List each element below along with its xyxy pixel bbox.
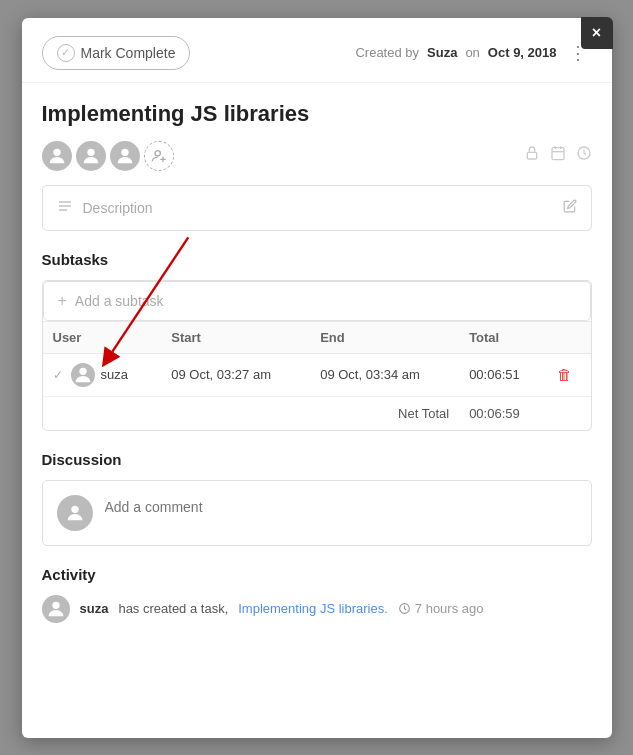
created-date: Oct 9, 2018 bbox=[488, 45, 557, 60]
close-button[interactable]: × bbox=[581, 17, 613, 49]
description-box[interactable]: Description bbox=[42, 185, 592, 231]
user-cell: ✓ suza bbox=[43, 353, 162, 396]
description-left: Description bbox=[57, 198, 153, 218]
svg-point-15 bbox=[79, 367, 86, 374]
col-start: Start bbox=[161, 321, 310, 353]
activity-time-text: 7 hours ago bbox=[415, 601, 484, 616]
col-actions bbox=[547, 321, 591, 353]
meta-icons bbox=[524, 145, 592, 166]
svg-rect-7 bbox=[552, 148, 564, 160]
row-delete-cell: 🗑 bbox=[547, 353, 591, 396]
avatar-2[interactable] bbox=[76, 141, 106, 171]
net-total-empty bbox=[547, 396, 591, 430]
add-subtask-row[interactable]: + Add a subtask bbox=[43, 281, 591, 321]
svg-point-0 bbox=[53, 148, 60, 155]
discussion-title: Discussion bbox=[42, 451, 592, 468]
created-by-prefix: Created by bbox=[355, 45, 419, 60]
plus-icon: + bbox=[58, 292, 67, 310]
activity-item: suza has created a task, Implementing JS… bbox=[42, 595, 592, 623]
delete-row-button[interactable]: 🗑 bbox=[557, 366, 572, 383]
table-header-row: User Start End Total bbox=[43, 321, 591, 353]
add-member-button[interactable] bbox=[144, 141, 174, 171]
activity-action: has created a task, bbox=[118, 601, 228, 616]
calendar-icon[interactable] bbox=[550, 145, 566, 166]
svg-point-1 bbox=[87, 148, 94, 155]
check-circle-icon: ✓ bbox=[57, 44, 75, 62]
subtasks-section: Subtasks + Add a subtask User Start End … bbox=[42, 251, 592, 431]
created-on-text: on bbox=[465, 45, 479, 60]
activity-avatar bbox=[42, 595, 70, 623]
mark-complete-button[interactable]: ✓ Mark Complete bbox=[42, 36, 191, 70]
add-subtask-label: Add a subtask bbox=[75, 293, 164, 309]
svg-point-17 bbox=[52, 601, 59, 608]
comment-box bbox=[42, 480, 592, 546]
activity-author: suza bbox=[80, 601, 109, 616]
subtasks-container: + Add a subtask User Start End Total bbox=[42, 280, 592, 431]
subtasks-table: User Start End Total ✓ bbox=[43, 321, 591, 430]
row-check-icon[interactable]: ✓ bbox=[53, 368, 63, 382]
author-name: Suza bbox=[427, 45, 457, 60]
svg-point-2 bbox=[121, 148, 128, 155]
subtasks-title: Subtasks bbox=[42, 251, 592, 268]
modal-header: ✓ Mark Complete Created by Suza on Oct 9… bbox=[22, 18, 612, 83]
activity-task-link[interactable]: Implementing JS libraries. bbox=[238, 601, 388, 616]
modal-overlay: × ✓ Mark Complete Created by Suza on Oct… bbox=[0, 0, 633, 755]
table-row: ✓ suza 09 Oct, 03:27 am 09 Oct, 03:34 am bbox=[43, 353, 591, 396]
comment-avatar bbox=[57, 495, 93, 531]
comment-input[interactable] bbox=[105, 495, 577, 519]
header-meta: Created by Suza on Oct 9, 2018 ⋮ bbox=[355, 40, 591, 66]
modal-body: Implementing JS libraries bbox=[22, 83, 612, 641]
net-total-value: 00:06:59 bbox=[459, 396, 547, 430]
svg-point-16 bbox=[71, 505, 78, 512]
row-avatar bbox=[71, 363, 95, 387]
edit-icon bbox=[563, 199, 577, 216]
mark-complete-label: Mark Complete bbox=[81, 45, 176, 61]
net-total-row: Net Total 00:06:59 bbox=[43, 396, 591, 430]
net-total-label: Net Total bbox=[43, 396, 460, 430]
row-end: 09 Oct, 03:34 am bbox=[310, 353, 459, 396]
avatar-1[interactable] bbox=[42, 141, 72, 171]
row-start: 09 Oct, 03:27 am bbox=[161, 353, 310, 396]
activity-time: 7 hours ago bbox=[398, 601, 484, 616]
col-total: Total bbox=[459, 321, 547, 353]
svg-rect-6 bbox=[527, 152, 536, 159]
activity-section: Activity suza has created a task, Implem… bbox=[42, 566, 592, 623]
svg-point-3 bbox=[155, 150, 160, 155]
avatar-3[interactable] bbox=[110, 141, 140, 171]
activity-title: Activity bbox=[42, 566, 592, 583]
description-icon bbox=[57, 198, 73, 218]
col-end: End bbox=[310, 321, 459, 353]
col-user: User bbox=[43, 321, 162, 353]
row-total: 00:06:51 bbox=[459, 353, 547, 396]
modal-container: × ✓ Mark Complete Created by Suza on Oct… bbox=[22, 18, 612, 738]
row-username: suza bbox=[101, 367, 128, 382]
task-title: Implementing JS libraries bbox=[42, 101, 592, 127]
discussion-section: Discussion bbox=[42, 451, 592, 546]
avatars-row bbox=[42, 141, 592, 171]
clock-icon[interactable] bbox=[576, 145, 592, 166]
lock-icon bbox=[524, 145, 540, 166]
description-placeholder: Description bbox=[83, 200, 153, 216]
